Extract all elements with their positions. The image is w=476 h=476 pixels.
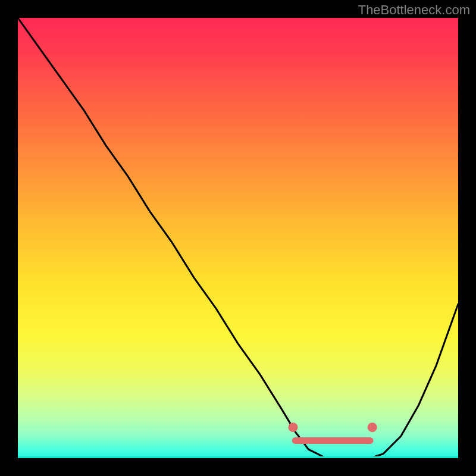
curve-svg (18, 18, 458, 458)
chart-container: TheBottleneck.com (0, 0, 476, 476)
bottleneck-curve-path (18, 18, 458, 458)
curve-marker-dot (368, 422, 377, 432)
watermark-text: TheBottleneck.com (358, 2, 470, 18)
plot-area (18, 18, 458, 458)
curve-markers (289, 422, 377, 432)
curve-marker-dot (289, 422, 298, 432)
baseline-strip (18, 456, 458, 458)
